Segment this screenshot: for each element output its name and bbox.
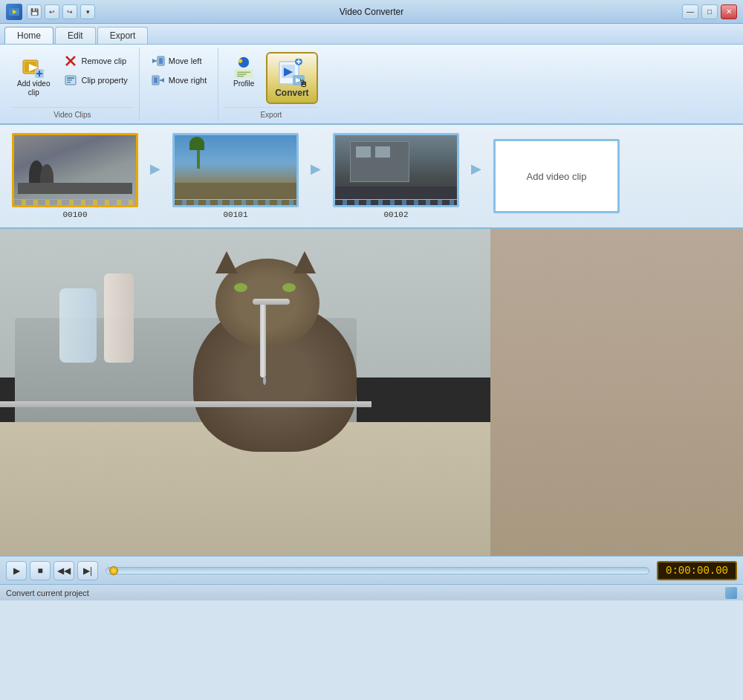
add-video-clip-button[interactable]: Add videoclip: [12, 52, 55, 101]
window-controls: — □ ✕: [682, 4, 737, 19]
convert-icon: 🖱: [277, 58, 307, 88]
move-left-icon: [151, 55, 166, 67]
clip-arrow-2: ▶: [311, 161, 321, 177]
ribbon-group-video-clips: Add videoclip Remove clip: [6, 48, 140, 120]
minimize-button[interactable]: —: [682, 4, 698, 19]
window-title: Video Converter: [340, 7, 404, 17]
ribbon-items-video-clips: Add videoclip Remove clip: [12, 49, 133, 107]
filmstrip-bottom-00100: [14, 199, 136, 205]
title-bar-left: 💾 ↩ ↪ ▾: [6, 4, 95, 20]
transport-bar: ▶ ■ ◀◀ ▶| 0:00:00.00: [0, 556, 743, 584]
ribbon-items-export: Profile 🖱: [224, 49, 317, 107]
ribbon-group-export: Profile 🖱: [218, 48, 323, 120]
profile-button[interactable]: Profile: [224, 52, 263, 92]
undo-quick-btn[interactable]: ↩: [45, 4, 59, 19]
clip-arrow-1: ▶: [150, 161, 160, 177]
clip-label-00101: 00101: [223, 210, 247, 219]
convert-label: Convert: [275, 88, 308, 98]
svg-point-23: [239, 59, 242, 62]
play-button[interactable]: ▶: [6, 561, 27, 580]
status-text: Convert current project: [6, 589, 89, 597]
clip-label-00100: 00100: [62, 210, 87, 219]
move-right-button[interactable]: Move right: [146, 71, 212, 89]
add-clip-placeholder[interactable]: Add video clip: [493, 139, 620, 213]
svg-rect-12: [67, 80, 72, 81]
save-quick-btn[interactable]: 💾: [27, 4, 42, 19]
add-clip-thumb: Add video clip: [493, 139, 620, 213]
ribbon-group-label-video-clips: Video Clips: [12, 107, 133, 119]
clip-arrow-3: ▶: [471, 161, 481, 177]
redo-quick-btn[interactable]: ↪: [62, 4, 77, 19]
clip-property-button[interactable]: Clip property: [58, 71, 132, 89]
svg-rect-19: [154, 77, 158, 83]
remove-clip-button[interactable]: Remove clip: [58, 52, 132, 70]
close-button[interactable]: ✕: [721, 4, 737, 19]
app-icon: [6, 4, 22, 20]
time-display: 0:00:00.00: [657, 561, 737, 580]
clip-label-00102: 00102: [383, 210, 408, 219]
clip-thumb-00102: [333, 133, 459, 207]
move-right-label: Move right: [169, 76, 207, 85]
ribbon-small-group-move: Move left Move right: [146, 52, 212, 89]
video-preview: [0, 229, 743, 556]
remove-clip-label: Remove clip: [81, 56, 126, 65]
svg-rect-24: [235, 69, 253, 78]
filmstrip-bottom-00101: [175, 199, 296, 205]
ribbon-group-move: Move left Move right —: [140, 48, 218, 120]
add-video-clip-icon: [22, 56, 45, 80]
clip-area: 00100 ▶ 00101 ▶: [0, 125, 743, 229]
status-bar: Convert current project: [0, 584, 743, 600]
stop-button[interactable]: ■: [30, 561, 51, 580]
maximize-button[interactable]: □: [701, 4, 718, 19]
svg-rect-11: [67, 77, 74, 79]
tab-edit[interactable]: Edit: [55, 27, 96, 44]
title-bar: 💾 ↩ ↪ ▾ Video Converter — □ ✕: [0, 0, 743, 24]
ribbon-small-group-clips: Remove clip Clip property: [58, 52, 132, 89]
next-frame-button[interactable]: ▶|: [77, 561, 98, 580]
svg-rect-15: [159, 58, 163, 64]
move-left-button[interactable]: Move left: [146, 52, 212, 70]
ribbon-items-move: Move left Move right: [146, 49, 212, 107]
progress-thumb: [109, 566, 118, 575]
video-clip-00100[interactable]: 00100: [12, 133, 138, 219]
clip-thumb-00100: [12, 133, 138, 207]
convert-button[interactable]: 🖱 Convert: [266, 52, 317, 104]
clip-property-icon: [63, 74, 78, 86]
filmstrip-bottom-00102: [335, 199, 457, 205]
qa-dropdown-btn[interactable]: ▾: [80, 4, 95, 19]
remove-clip-icon: [63, 55, 78, 67]
svg-rect-13: [67, 82, 71, 83]
profile-icon: [232, 56, 256, 80]
quick-access-toolbar: 💾 ↩ ↪ ▾: [27, 4, 95, 19]
progress-bar[interactable]: [106, 567, 649, 574]
tab-bar: Home Edit Export: [0, 24, 743, 45]
ribbon: Add videoclip Remove clip: [0, 45, 743, 125]
rewind-button[interactable]: ◀◀: [53, 561, 74, 580]
add-video-clip-label: Add videoclip: [17, 80, 50, 97]
video-clip-00102[interactable]: 00102: [333, 133, 459, 219]
ribbon-group-label-export: Export: [224, 107, 317, 119]
tab-home[interactable]: Home: [4, 27, 53, 44]
move-left-label: Move left: [169, 56, 202, 65]
status-icon: [725, 587, 737, 599]
profile-label: Profile: [233, 80, 254, 88]
video-clip-00101[interactable]: 00101: [172, 133, 299, 219]
clip-property-label: Clip property: [81, 76, 127, 85]
clip-thumb-00101: [172, 133, 299, 207]
tab-export[interactable]: Export: [97, 27, 149, 44]
move-right-icon: [151, 74, 166, 86]
